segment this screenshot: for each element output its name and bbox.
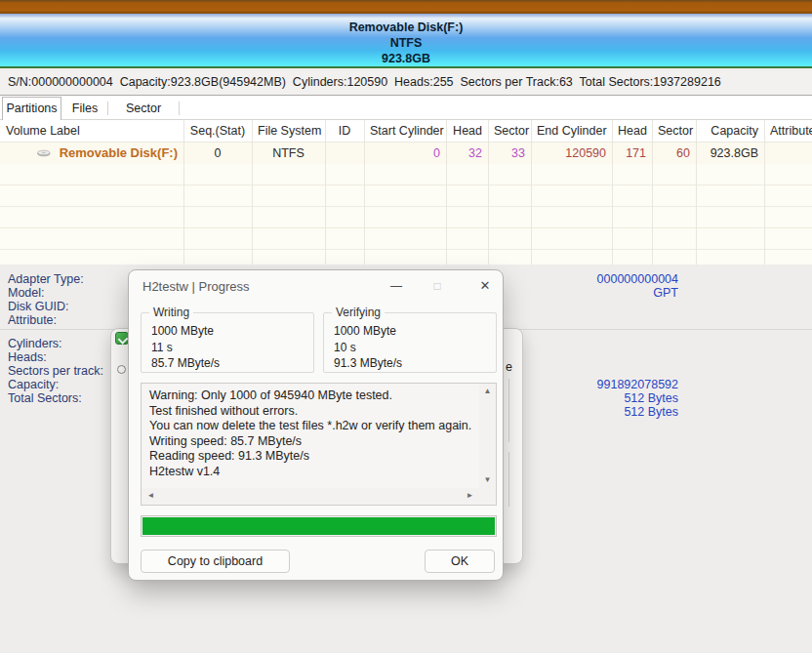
col-header-volume-label[interactable]: Volume Label (0, 120, 183, 142)
partition-file-system: NTFS (252, 143, 325, 164)
column-divider (364, 120, 365, 265)
verifying-groupbox: Verifying 1000 MByte 10 s 91.3 MByte/s (323, 312, 497, 373)
detail-value: GPT (483, 286, 678, 300)
column-divider (183, 120, 184, 265)
column-divider (652, 120, 653, 265)
writing-legend: Writing (149, 306, 193, 319)
banner-filesystem: NTFS (0, 35, 812, 51)
partition-id (325, 143, 364, 164)
result-log-text: Warning: Only 1000 of 945940 MByte teste… (142, 384, 479, 488)
table-empty-area (0, 164, 812, 265)
horizontal-scrollbar[interactable]: ◄ ► (142, 488, 479, 505)
partition-end-sector: 60 (652, 143, 696, 164)
progress-bar-fill (142, 517, 495, 535)
writing-bytes: 1000 MByte (151, 323, 313, 340)
top-accent-bar (0, 0, 812, 14)
col-header-start-sector[interactable]: Sector (488, 120, 531, 142)
writing-speed: 85.7 MByte/s (151, 355, 313, 372)
maximize-icon: □ (425, 274, 450, 298)
col-header-file-system[interactable]: File System (252, 120, 325, 142)
detail-values-top: 000000000004 GPT (483, 272, 678, 300)
copy-to-clipboard-button[interactable]: Copy to clipboard (141, 550, 290, 573)
progress-bar (141, 515, 497, 537)
partitions-table: Volume Label Seq.(Stat) File System ID S… (0, 120, 812, 265)
col-header-end-cylinder[interactable]: End Cylinder (531, 120, 612, 142)
detail-label: Cylinders: (8, 337, 103, 350)
col-header-start-cylinder[interactable]: Start Cylinder (364, 120, 446, 142)
col-header-attribute[interactable]: Attribute (764, 120, 812, 142)
h2testw-app-icon (115, 332, 129, 345)
column-divider (696, 120, 697, 265)
log-line: Test finished without errors. (149, 404, 475, 420)
table-header-row: Volume Label Seq.(Stat) File System ID S… (0, 120, 812, 143)
log-line: H2testw v1.4 (149, 465, 475, 480)
banner-disk-name: Removable Disk(F:) (0, 14, 812, 35)
minimize-icon[interactable]: — (384, 274, 409, 298)
scrollbar-corner (479, 488, 496, 505)
obscured-text-fragment: e (506, 360, 512, 374)
col-header-seq[interactable]: Seq.(Stat) (183, 120, 252, 142)
dialog-title-bar[interactable]: H2testw | Progress — □ ✕ (129, 270, 503, 302)
partition-end-cylinder: 120590 (531, 143, 612, 164)
partition-capacity: 923.8GB (696, 143, 764, 164)
partition-start-cylinder: 0 (364, 143, 446, 164)
writing-time: 11 s (151, 340, 313, 356)
column-divider (531, 120, 532, 265)
log-line: Warning: Only 1000 of 945940 MByte teste… (149, 388, 475, 404)
scroll-up-icon[interactable]: ▲ (479, 385, 496, 398)
tab-partitions[interactable]: Partitions (2, 97, 61, 120)
col-header-id[interactable]: ID (325, 120, 364, 142)
scroll-down-icon[interactable]: ▼ (479, 473, 496, 487)
disk-icon (37, 147, 51, 159)
column-divider (325, 120, 326, 265)
detail-label: Heads: (8, 350, 103, 364)
ok-button[interactable]: OK (425, 550, 495, 573)
partition-start-sector: 33 (488, 143, 531, 164)
banner-capacity: 923.8GB (0, 51, 812, 66)
detail-label: Attribute: (8, 313, 84, 327)
verifying-speed: 91.3 MByte/s (334, 355, 496, 372)
close-icon[interactable]: ✕ (472, 274, 498, 298)
partition-volume-cell: Removable Disk(F:) (0, 143, 183, 164)
detail-label: Adapter Type: (8, 272, 84, 286)
radio-button-partial[interactable] (117, 365, 126, 374)
col-header-capacity[interactable]: Capacity (696, 120, 764, 142)
log-line: Writing speed: 85.7 MByte/s (149, 434, 475, 450)
col-header-start-head[interactable]: Head (446, 120, 488, 142)
detail-label: Total Sectors: (8, 391, 103, 405)
disk-summary-bar: S/N:000000000004 Capacity:923.8GB(945942… (0, 70, 812, 96)
column-divider (252, 120, 253, 265)
result-log-box[interactable]: Warning: Only 1000 of 945940 MByte teste… (141, 383, 497, 506)
obscured-field-edge (508, 452, 509, 507)
verifying-time: 10 s (334, 340, 496, 356)
scroll-left-icon[interactable]: ◄ (142, 489, 159, 503)
column-divider (612, 120, 613, 265)
col-header-end-head[interactable]: Head (612, 120, 652, 142)
vertical-scrollbar[interactable]: ▲ ▼ (479, 384, 496, 488)
obscured-field-edge (508, 379, 509, 442)
tab-files[interactable]: Files (62, 98, 107, 119)
verifying-bytes: 1000 MByte (334, 323, 496, 340)
partition-start-head: 32 (446, 143, 488, 164)
tab-divider (179, 102, 180, 115)
verifying-legend: Verifying (332, 306, 385, 319)
column-divider (764, 120, 765, 265)
partition-seq: 0 (183, 143, 252, 164)
tab-sector-editor[interactable]: Sector Editor (108, 98, 179, 119)
log-line: You can now delete the test files *.h2w … (149, 419, 475, 434)
progress-dialog: H2testw | Progress — □ ✕ Writing 1000 MB… (128, 269, 504, 581)
column-divider (446, 120, 447, 265)
partition-end-head: 171 (612, 143, 652, 164)
disk-banner: Removable Disk(F:) NTFS 923.8GB (0, 14, 812, 68)
log-line: Reading speed: 91.3 MByte/s (149, 449, 475, 465)
writing-groupbox: Writing 1000 MByte 11 s 85.7 MByte/s (141, 312, 314, 373)
column-divider (488, 120, 489, 265)
app-window: Removable Disk(F:) NTFS 923.8GB S/N:0000… (0, 0, 812, 653)
detail-labels-top: Adapter Type: Model: Disk GUID: Attribut… (8, 272, 84, 327)
scroll-right-icon[interactable]: ► (462, 489, 478, 503)
partition-row[interactable]: Removable Disk(F:) 0 NTFS 0 32 33 120590… (0, 143, 812, 164)
tab-bar: Partitions Files Sector Editor (0, 96, 812, 120)
col-header-end-sector[interactable]: Sector (652, 120, 696, 142)
partition-attribute (764, 143, 812, 164)
detail-value: 000000000004 (483, 272, 678, 286)
